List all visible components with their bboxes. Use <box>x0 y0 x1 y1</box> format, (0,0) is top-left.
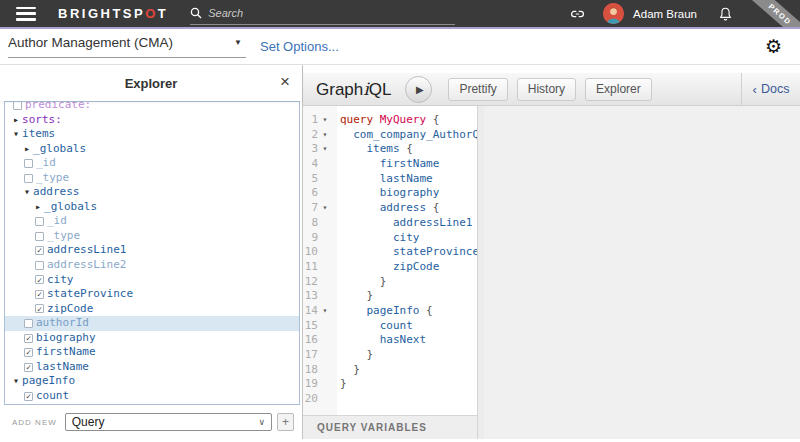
tree-row[interactable]: addressLine2 <box>5 258 299 273</box>
checkbox-icon[interactable] <box>35 290 44 299</box>
gutter-line: 16 <box>303 333 337 348</box>
checkbox-icon[interactable] <box>35 275 44 284</box>
checkbox-icon[interactable] <box>35 304 44 313</box>
tree-row[interactable]: firstName <box>5 345 299 360</box>
tree-row[interactable]: items <box>5 127 299 142</box>
code-line: stateProvince <box>340 245 477 260</box>
checkbox-icon[interactable] <box>24 174 33 183</box>
fold-arrow-icon[interactable]: ▾ <box>318 304 332 319</box>
docs-label: Docs <box>761 82 789 96</box>
tree-row-label: lastName <box>36 360 89 375</box>
fold-arrow-icon[interactable]: ▾ <box>318 201 332 216</box>
settings-gear-icon[interactable]: ⚙ <box>765 37 782 56</box>
checkbox-icon[interactable] <box>24 363 33 372</box>
tree-row[interactable]: _type <box>5 171 299 186</box>
chevron-down-icon: ∨ <box>258 417 265 427</box>
operation-type-select[interactable]: Query ∨ <box>65 413 272 431</box>
editor-result-divider[interactable] <box>477 106 484 439</box>
app-root: BRIGHTSPOT Adam Braun <box>0 0 800 442</box>
checkbox-icon[interactable] <box>35 246 44 255</box>
tree-row[interactable]: biography <box>5 331 299 346</box>
history-button[interactable]: History <box>517 78 576 101</box>
tree-row[interactable]: count <box>5 389 299 404</box>
tree-row[interactable]: predicate: <box>5 101 299 113</box>
tool-picker-dropdown[interactable]: Author Management (CMA) ▼ <box>8 35 246 58</box>
add-operation-button[interactable]: + <box>277 413 294 431</box>
checkbox-icon[interactable] <box>24 319 33 328</box>
explorer-tree-container[interactable]: predicate:sorts:items_globals_id_typeadd… <box>4 101 300 405</box>
search-input[interactable] <box>208 7 408 19</box>
fold-arrow-icon[interactable]: ▾ <box>318 128 332 143</box>
fold-spacer <box>318 172 332 187</box>
editor-gutter: 1▾2▾3▾4567▾891011121314▾151617181920 <box>303 106 337 415</box>
prettify-button[interactable]: Prettify <box>448 78 507 101</box>
brightspot-logo[interactable]: BRIGHTSPOT <box>58 6 168 21</box>
fold-spacer <box>318 216 332 231</box>
gutter-line: 7▾ <box>303 201 337 216</box>
arrow-right-icon[interactable] <box>35 200 41 215</box>
topbar-right-cluster: Adam Braun <box>570 3 732 24</box>
execute-query-button[interactable]: ▶ <box>405 76 432 103</box>
user-avatar[interactable] <box>603 3 624 24</box>
tree-row[interactable]: _globals <box>5 200 299 215</box>
notifications-bell-icon[interactable] <box>719 7 732 21</box>
query-variables-bar[interactable]: QUERY VARIABLES <box>303 415 477 439</box>
checkbox-icon[interactable] <box>13 101 22 110</box>
checkbox-icon[interactable] <box>24 392 33 401</box>
tree-row-label: _type <box>47 229 80 244</box>
code-line: } <box>340 348 477 363</box>
arrow-down-icon[interactable] <box>13 374 19 389</box>
hamburger-menu-icon[interactable] <box>16 7 36 21</box>
global-search <box>190 3 455 25</box>
tree-row[interactable]: city <box>5 273 299 288</box>
tree-row[interactable]: _id <box>5 156 299 171</box>
tree-row[interactable]: _type <box>5 229 299 244</box>
arrow-right-icon[interactable] <box>13 113 19 128</box>
environment-ribbon: PROD <box>740 0 800 29</box>
tree-row-label: sorts: <box>22 113 62 128</box>
code-line: } <box>340 275 477 290</box>
arrow-down-icon[interactable] <box>24 185 30 200</box>
tree-row-label: _globals <box>33 142 86 157</box>
arrow-down-icon[interactable] <box>13 127 19 142</box>
graphiql-body: 1▾2▾3▾4567▾891011121314▾151617181920 que… <box>303 106 800 439</box>
tree-row[interactable]: _id <box>5 214 299 229</box>
top-nav-bar: BRIGHTSPOT Adam Braun <box>0 0 800 29</box>
graphiql-logo: GraphiQL <box>316 79 391 100</box>
set-options-link[interactable]: Set Options... <box>260 39 339 54</box>
tree-row[interactable]: hasNext <box>5 403 299 405</box>
docs-toggle-button[interactable]: ‹ Docs <box>741 73 800 105</box>
tree-row[interactable]: _globals <box>5 142 299 157</box>
gutter-line: 13 <box>303 289 337 304</box>
tree-row[interactable]: zipCode <box>5 302 299 317</box>
fold-arrow-icon[interactable]: ▾ <box>318 113 332 128</box>
close-icon[interactable]: × <box>280 73 290 90</box>
checkbox-icon[interactable] <box>35 261 44 270</box>
checkbox-icon[interactable] <box>24 348 33 357</box>
tree-row[interactable]: authorId <box>5 316 299 331</box>
gutter-line: 20 <box>303 392 337 407</box>
fold-spacer <box>318 392 332 407</box>
tree-row[interactable]: sorts: <box>5 113 299 128</box>
checkbox-icon[interactable] <box>35 232 44 241</box>
tree-row[interactable]: address <box>5 185 299 200</box>
tree-row[interactable]: lastName <box>5 360 299 375</box>
user-name[interactable]: Adam Braun <box>633 8 697 20</box>
fold-arrow-icon[interactable]: ▾ <box>318 142 332 157</box>
tree-row[interactable]: stateProvince <box>5 287 299 302</box>
tree-row[interactable]: pageInfo <box>5 374 299 389</box>
checkbox-icon[interactable] <box>35 217 44 226</box>
checkbox-icon[interactable] <box>24 334 33 343</box>
explorer-toggle-button[interactable]: Explorer <box>585 78 652 101</box>
gutter-line: 17 <box>303 348 337 363</box>
code-line: city <box>340 231 477 246</box>
graphiql-toolbar: GraphiQL ▶ Prettify History Explorer ‹ D… <box>303 73 800 106</box>
query-editor[interactable]: 1▾2▾3▾4567▾891011121314▾151617181920 que… <box>303 106 477 415</box>
tree-row[interactable]: addressLine1 <box>5 243 299 258</box>
search-icon <box>190 7 202 19</box>
checkbox-icon[interactable] <box>24 159 33 168</box>
share-link-icon[interactable] <box>570 8 585 20</box>
gutter-line: 8 <box>303 216 337 231</box>
arrow-right-icon[interactable] <box>24 142 30 157</box>
explorer-panel: Explorer × predicate:sorts:items_globals… <box>0 65 303 439</box>
